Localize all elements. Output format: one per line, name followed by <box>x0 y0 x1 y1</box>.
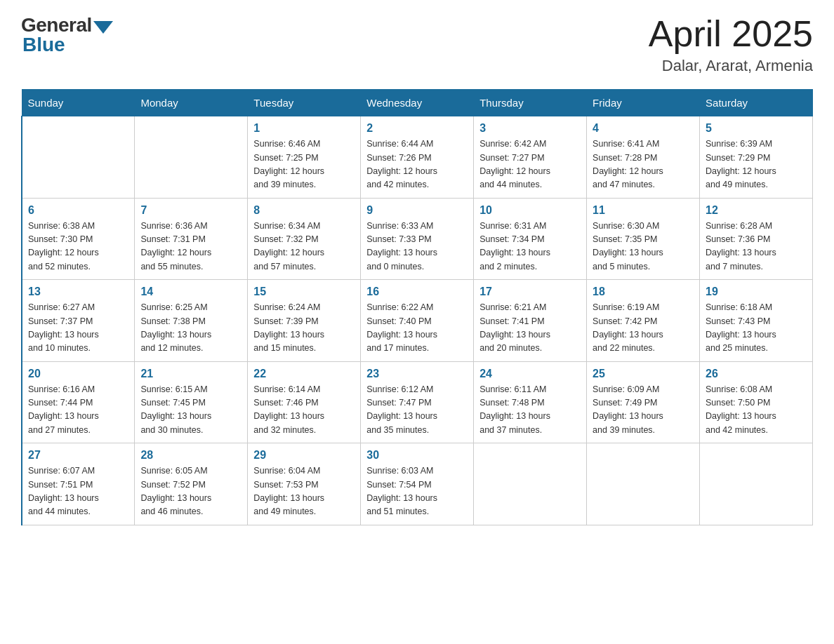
calendar-week-row: 6Sunrise: 6:38 AM Sunset: 7:30 PM Daylig… <box>22 198 813 280</box>
day-number: 23 <box>366 368 468 380</box>
weekday-header-monday: Monday <box>135 90 248 116</box>
page-header: General Blue April 2025 Dalar, Ararat, A… <box>21 14 813 75</box>
weekday-header-thursday: Thursday <box>474 90 587 116</box>
day-info: Sunrise: 6:41 AM Sunset: 7:28 PM Dayligh… <box>593 139 663 189</box>
calendar-cell: 17Sunrise: 6:21 AM Sunset: 7:41 PM Dayli… <box>474 280 587 362</box>
day-number: 6 <box>28 204 128 217</box>
day-info: Sunrise: 6:18 AM Sunset: 7:43 PM Dayligh… <box>706 302 776 353</box>
calendar-cell: 21Sunrise: 6:15 AM Sunset: 7:45 PM Dayli… <box>135 361 248 443</box>
day-info: Sunrise: 6:11 AM Sunset: 7:48 PM Dayligh… <box>479 384 550 435</box>
calendar-cell: 6Sunrise: 6:38 AM Sunset: 7:30 PM Daylig… <box>22 198 135 280</box>
logo: General Blue <box>21 14 113 56</box>
logo-blue-text: Blue <box>22 34 65 56</box>
calendar-week-row: 27Sunrise: 6:07 AM Sunset: 7:51 PM Dayli… <box>22 443 813 525</box>
calendar-cell: 16Sunrise: 6:22 AM Sunset: 7:40 PM Dayli… <box>361 280 474 362</box>
day-number: 14 <box>140 286 241 298</box>
day-info: Sunrise: 6:04 AM Sunset: 7:53 PM Dayligh… <box>253 466 324 516</box>
day-info: Sunrise: 6:16 AM Sunset: 7:44 PM Dayligh… <box>28 384 99 435</box>
day-info: Sunrise: 6:22 AM Sunset: 7:40 PM Dayligh… <box>366 302 437 353</box>
calendar-cell <box>22 116 135 199</box>
day-number: 4 <box>593 122 694 135</box>
day-number: 13 <box>28 286 128 298</box>
day-info: Sunrise: 6:31 AM Sunset: 7:34 PM Dayligh… <box>479 221 550 271</box>
day-info: Sunrise: 6:03 AM Sunset: 7:54 PM Dayligh… <box>366 466 437 516</box>
day-number: 1 <box>253 122 355 135</box>
day-info: Sunrise: 6:28 AM Sunset: 7:36 PM Dayligh… <box>706 221 776 271</box>
logo-arrow-icon <box>93 21 113 34</box>
day-info: Sunrise: 6:21 AM Sunset: 7:41 PM Dayligh… <box>479 302 550 353</box>
calendar-cell: 28Sunrise: 6:05 AM Sunset: 7:52 PM Dayli… <box>135 443 248 525</box>
weekday-header-sunday: Sunday <box>22 90 135 116</box>
calendar-cell: 8Sunrise: 6:34 AM Sunset: 7:32 PM Daylig… <box>248 198 361 280</box>
day-number: 8 <box>253 204 355 217</box>
calendar-cell: 13Sunrise: 6:27 AM Sunset: 7:37 PM Dayli… <box>22 280 135 362</box>
day-number: 28 <box>140 449 241 462</box>
calendar-cell <box>135 116 248 199</box>
day-info: Sunrise: 6:46 AM Sunset: 7:25 PM Dayligh… <box>253 139 324 189</box>
day-number: 7 <box>140 204 241 217</box>
day-number: 16 <box>366 286 468 298</box>
calendar-cell: 20Sunrise: 6:16 AM Sunset: 7:44 PM Dayli… <box>22 361 135 443</box>
day-number: 18 <box>593 286 694 298</box>
calendar-cell: 9Sunrise: 6:33 AM Sunset: 7:33 PM Daylig… <box>361 198 474 280</box>
weekday-header-tuesday: Tuesday <box>248 90 361 116</box>
calendar-week-row: 13Sunrise: 6:27 AM Sunset: 7:37 PM Dayli… <box>22 280 813 362</box>
calendar-week-row: 20Sunrise: 6:16 AM Sunset: 7:44 PM Dayli… <box>22 361 813 443</box>
day-info: Sunrise: 6:08 AM Sunset: 7:50 PM Dayligh… <box>706 384 776 435</box>
day-info: Sunrise: 6:19 AM Sunset: 7:42 PM Dayligh… <box>593 302 663 353</box>
day-number: 26 <box>706 368 807 380</box>
day-number: 20 <box>28 368 128 380</box>
calendar-cell: 4Sunrise: 6:41 AM Sunset: 7:28 PM Daylig… <box>587 116 700 199</box>
day-number: 29 <box>253 449 355 462</box>
weekday-header-wednesday: Wednesday <box>361 90 474 116</box>
day-info: Sunrise: 6:15 AM Sunset: 7:45 PM Dayligh… <box>140 384 211 435</box>
calendar-cell: 23Sunrise: 6:12 AM Sunset: 7:47 PM Dayli… <box>361 361 474 443</box>
day-info: Sunrise: 6:12 AM Sunset: 7:47 PM Dayligh… <box>366 384 437 435</box>
calendar-cell <box>587 443 700 525</box>
calendar-cell <box>700 443 813 525</box>
weekday-header-friday: Friday <box>587 90 700 116</box>
calendar-cell <box>474 443 587 525</box>
day-number: 22 <box>253 368 355 380</box>
day-info: Sunrise: 6:07 AM Sunset: 7:51 PM Dayligh… <box>28 466 99 516</box>
day-info: Sunrise: 6:34 AM Sunset: 7:32 PM Dayligh… <box>253 221 324 271</box>
day-number: 12 <box>706 204 807 217</box>
day-number: 19 <box>706 286 807 298</box>
day-info: Sunrise: 6:42 AM Sunset: 7:27 PM Dayligh… <box>479 139 550 189</box>
location-title: Dalar, Ararat, Armenia <box>649 57 813 75</box>
calendar-cell: 5Sunrise: 6:39 AM Sunset: 7:29 PM Daylig… <box>700 116 813 199</box>
day-info: Sunrise: 6:05 AM Sunset: 7:52 PM Dayligh… <box>140 466 211 516</box>
day-info: Sunrise: 6:38 AM Sunset: 7:30 PM Dayligh… <box>28 221 99 271</box>
day-info: Sunrise: 6:27 AM Sunset: 7:37 PM Dayligh… <box>28 302 99 353</box>
calendar-cell: 2Sunrise: 6:44 AM Sunset: 7:26 PM Daylig… <box>361 116 474 199</box>
day-number: 2 <box>366 122 468 135</box>
day-number: 9 <box>366 204 468 217</box>
calendar-week-row: 1Sunrise: 6:46 AM Sunset: 7:25 PM Daylig… <box>22 116 813 199</box>
calendar-cell: 29Sunrise: 6:04 AM Sunset: 7:53 PM Dayli… <box>248 443 361 525</box>
calendar-cell: 25Sunrise: 6:09 AM Sunset: 7:49 PM Dayli… <box>587 361 700 443</box>
day-number: 30 <box>366 449 468 462</box>
calendar-table: SundayMondayTuesdayWednesdayThursdayFrid… <box>21 89 813 525</box>
day-info: Sunrise: 6:33 AM Sunset: 7:33 PM Dayligh… <box>366 221 437 271</box>
calendar-cell: 18Sunrise: 6:19 AM Sunset: 7:42 PM Dayli… <box>587 280 700 362</box>
day-info: Sunrise: 6:09 AM Sunset: 7:49 PM Dayligh… <box>593 384 663 435</box>
calendar-cell: 1Sunrise: 6:46 AM Sunset: 7:25 PM Daylig… <box>248 116 361 199</box>
day-number: 10 <box>479 204 581 217</box>
day-info: Sunrise: 6:30 AM Sunset: 7:35 PM Dayligh… <box>593 221 663 271</box>
day-info: Sunrise: 6:14 AM Sunset: 7:46 PM Dayligh… <box>253 384 324 435</box>
day-number: 5 <box>706 122 807 135</box>
calendar-cell: 19Sunrise: 6:18 AM Sunset: 7:43 PM Dayli… <box>700 280 813 362</box>
day-number: 3 <box>479 122 581 135</box>
day-number: 25 <box>593 368 694 380</box>
day-number: 17 <box>479 286 581 298</box>
weekday-header-saturday: Saturday <box>700 90 813 116</box>
calendar-cell: 27Sunrise: 6:07 AM Sunset: 7:51 PM Dayli… <box>22 443 135 525</box>
calendar-cell: 7Sunrise: 6:36 AM Sunset: 7:31 PM Daylig… <box>135 198 248 280</box>
month-title: April 2025 <box>649 14 813 54</box>
day-number: 27 <box>28 449 128 462</box>
calendar-cell: 22Sunrise: 6:14 AM Sunset: 7:46 PM Dayli… <box>248 361 361 443</box>
calendar-cell: 12Sunrise: 6:28 AM Sunset: 7:36 PM Dayli… <box>700 198 813 280</box>
calendar-cell: 14Sunrise: 6:25 AM Sunset: 7:38 PM Dayli… <box>135 280 248 362</box>
calendar-cell: 24Sunrise: 6:11 AM Sunset: 7:48 PM Dayli… <box>474 361 587 443</box>
weekday-header-row: SundayMondayTuesdayWednesdayThursdayFrid… <box>22 90 813 116</box>
